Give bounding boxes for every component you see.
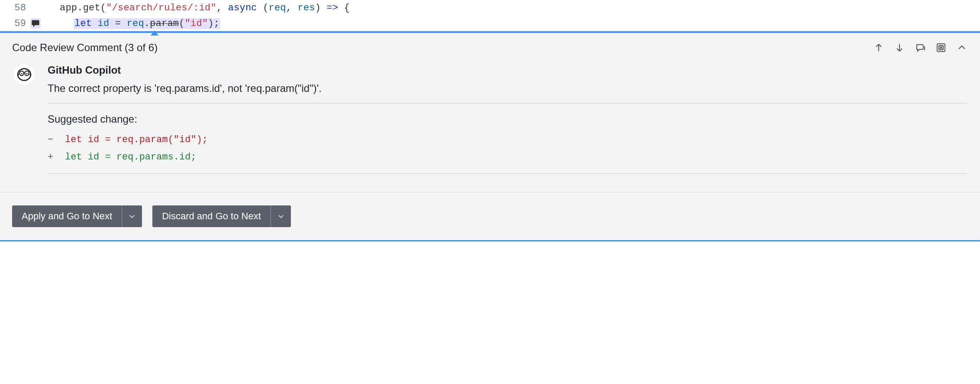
diff-plus-sign: +: [48, 149, 65, 166]
diff-removed-code: let id = req.param("id");: [65, 131, 208, 149]
code-line-59[interactable]: 59 let id = req.param("id");: [0, 16, 980, 31]
previous-comment-button[interactable]: [874, 42, 884, 53]
comment-author: GitHub Copilot: [48, 64, 967, 76]
copilot-avatar-icon: [14, 64, 35, 85]
close-panel-icon[interactable]: [936, 42, 946, 53]
svg-point-6: [26, 73, 28, 74]
apply-dropdown-button[interactable]: [122, 205, 142, 227]
divider: [48, 103, 967, 104]
reply-icon[interactable]: [915, 42, 925, 53]
panel-buttons: Apply and Go to Next Discard and Go to N…: [12, 205, 967, 227]
panel-title: Code Review Comment (3 of 6): [12, 42, 158, 54]
diff-added-line: + let id = req.params.id;: [48, 149, 967, 166]
line-number: 58: [10, 3, 26, 13]
panel-header: Code Review Comment (3 of 6): [12, 42, 967, 54]
line-number: 59: [10, 18, 26, 29]
collapse-panel-button[interactable]: [957, 42, 967, 53]
diff-block: − let id = req.param("id"); + let id = r…: [48, 131, 967, 166]
discard-button-label[interactable]: Discard and Go to Next: [152, 205, 271, 227]
divider: [48, 173, 967, 174]
divider: [0, 192, 980, 192]
code-review-comment-panel: Code Review Comment (3 of 6) GitHub Copi: [0, 33, 980, 241]
svg-point-5: [21, 73, 23, 74]
diff-minus-sign: −: [48, 131, 65, 149]
apply-button-label[interactable]: Apply and Go to Next: [12, 205, 122, 227]
comment-message: The correct property is 'req.params.id',…: [48, 82, 967, 94]
next-comment-button[interactable]: [894, 42, 905, 53]
panel-actions: [874, 42, 967, 53]
discard-button[interactable]: Discard and Go to Next: [152, 205, 291, 227]
code-editor[interactable]: 58 app.get("/search/rules/:id", async (r…: [0, 0, 980, 31]
comment-icon[interactable]: [30, 18, 41, 29]
diff-removed-line: − let id = req.param("id");: [48, 131, 967, 149]
comment-body: GitHub Copilot The correct property is '…: [14, 64, 967, 174]
suggested-change-label: Suggested change:: [48, 113, 967, 125]
panel-pointer-icon: [151, 30, 158, 36]
gutter: 59: [0, 18, 47, 29]
panel-separator: [0, 31, 980, 33]
code-content: let id = req.param("id");: [47, 18, 220, 29]
code-content: app.get("/search/rules/:id", async (req,…: [47, 3, 350, 13]
diff-added-code: let id = req.params.id;: [65, 149, 197, 166]
code-line-58[interactable]: 58 app.get("/search/rules/:id", async (r…: [0, 0, 980, 16]
gutter: 58: [0, 3, 47, 13]
apply-button[interactable]: Apply and Go to Next: [12, 205, 142, 227]
discard-dropdown-button[interactable]: [271, 205, 291, 227]
